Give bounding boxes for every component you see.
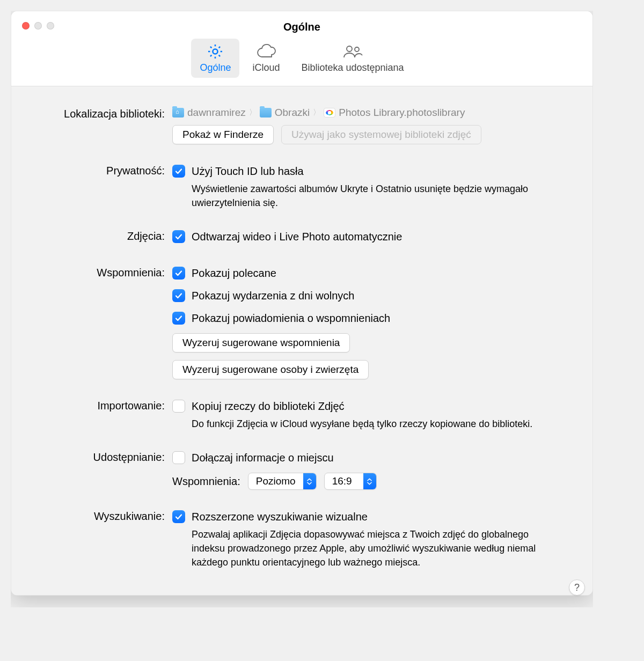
checkbox-show-holidays[interactable] [172, 289, 185, 302]
checkbox-show-notifications-label: Pokazuj powiadomienia o wspomnieniach [192, 311, 390, 326]
select-ratio-value: 16:9 [325, 475, 363, 487]
row-sharing: Udostępnianie: Dołączaj informacje o mie… [11, 450, 569, 490]
label-library-location: Lokalizacja biblioteki: [11, 107, 172, 120]
reset-memories-button[interactable]: Wyzeruj sugerowane wspomnienia [172, 333, 350, 352]
people-icon [341, 42, 364, 61]
show-in-finder-button[interactable]: Pokaż w Finderze [172, 125, 274, 144]
tab-icloud[interactable]: iCloud [244, 39, 288, 78]
tab-shared-library[interactable]: Biblioteka udostępniana [292, 39, 412, 78]
updown-arrows-icon [363, 473, 376, 489]
search-description: Pozwalaj aplikacji Zdjęcia dopasowywać m… [192, 527, 569, 569]
label-memories: Wspomnienia: [11, 266, 172, 279]
breadcrumb: dawnramirez 〉 Obrazki 〉 Photos Library.p… [172, 107, 569, 119]
label-search: Wyszukiwanie: [11, 509, 172, 523]
select-orientation[interactable]: Poziomo [248, 473, 317, 490]
updown-arrows-icon [303, 473, 316, 489]
window-title: Ogólne [11, 11, 592, 33]
tab-shared-label: Biblioteka udostępniana [301, 62, 404, 74]
svg-point-2 [355, 47, 359, 52]
toolbar-tabs: Ogólne iCloud [11, 39, 592, 78]
photos-library-icon [324, 108, 335, 117]
traffic-lights [22, 22, 54, 30]
checkbox-enhanced-search-label: Rozszerzone wyszukiwanie wizualne [192, 509, 368, 524]
label-photos: Zdjęcia: [11, 229, 172, 243]
tab-general-label: Ogólne [200, 62, 231, 74]
chevron-right-icon: 〉 [249, 108, 257, 117]
breadcrumb-segment[interactable]: Obrazki [275, 107, 310, 119]
zoom-window-button[interactable] [47, 22, 54, 30]
row-library-location: Lokalizacja biblioteki: dawnramirez 〉 Ob… [11, 107, 569, 144]
row-importing: Importowanie: Kopiuj rzeczy do bibliotek… [11, 399, 569, 431]
row-privacy: Prywatność: Użyj Touch ID lub hasła Wyśw… [11, 164, 569, 210]
select-ratio[interactable]: 16:9 [324, 473, 377, 490]
use-as-system-library-button: Używaj jako systemowej biblioteki zdjęć [281, 125, 481, 144]
checkbox-copy-import-label: Kopiuj rzeczy do biblioteki Zdjęć [192, 399, 345, 414]
tab-general[interactable]: Ogólne [191, 39, 239, 78]
tab-icloud-label: iCloud [252, 62, 280, 74]
help-button[interactable]: ? [569, 579, 585, 596]
checkbox-include-location[interactable] [172, 451, 185, 464]
row-memories: Wspomnienia: Pokazuj polecane Pokazuj wy… [11, 266, 569, 379]
checkbox-copy-import[interactable] [172, 400, 185, 413]
row-photos: Zdjęcia: Odtwarzaj wideo i Live Photo au… [11, 229, 569, 246]
privacy-description: Wyświetlenie zawartości albumów Ukryte i… [192, 182, 569, 210]
checkbox-show-holidays-label: Pokazuj wydarzenia z dni wolnych [192, 288, 355, 303]
svg-point-1 [347, 46, 352, 52]
cloud-icon [255, 42, 277, 61]
checkbox-enhanced-search[interactable] [172, 510, 185, 523]
titlebar: Ogólne Ogólne iCloud [11, 11, 592, 86]
importing-description: Do funkcji Zdjęcia w iCloud wysyłane będ… [192, 417, 569, 431]
svg-point-0 [213, 49, 218, 54]
label-memories-sub: Wspomnienia: [172, 475, 240, 488]
close-window-button[interactable] [22, 22, 30, 30]
content-area: Lokalizacja biblioteki: dawnramirez 〉 Ob… [11, 86, 592, 595]
checkbox-show-featured-label: Pokazuj polecane [192, 266, 276, 281]
checkbox-include-location-label: Dołączaj informacje o miejscu [192, 450, 334, 465]
preferences-window: Ogólne Ogólne iCloud [11, 11, 593, 596]
breadcrumb-segment[interactable]: Photos Library.photoslibrary [339, 107, 465, 119]
checkbox-show-notifications[interactable] [172, 312, 185, 325]
label-privacy: Prywatność: [11, 164, 172, 177]
checkbox-autoplay-label: Odtwarzaj wideo i Live Photo automatyczn… [192, 229, 402, 244]
checkbox-show-featured[interactable] [172, 267, 185, 280]
label-sharing: Udostępnianie: [11, 450, 172, 464]
label-importing: Importowanie: [11, 399, 172, 412]
row-search: Wyszukiwanie: Rozszerzone wyszukiwanie w… [11, 509, 569, 569]
minimize-window-button[interactable] [34, 22, 42, 30]
checkbox-touchid-label: Użyj Touch ID lub hasła [192, 164, 304, 179]
reset-people-button[interactable]: Wyzeruj sugerowane osoby i zwierzęta [172, 360, 369, 379]
breadcrumb-segment[interactable]: dawnramirez [187, 107, 246, 119]
checkbox-autoplay[interactable] [172, 230, 185, 243]
select-orientation-value: Poziomo [248, 475, 303, 487]
gear-icon [206, 42, 224, 61]
home-folder-icon [172, 108, 184, 117]
folder-icon [260, 108, 272, 117]
chevron-right-icon: 〉 [313, 108, 320, 117]
checkbox-touchid[interactable] [172, 165, 185, 178]
